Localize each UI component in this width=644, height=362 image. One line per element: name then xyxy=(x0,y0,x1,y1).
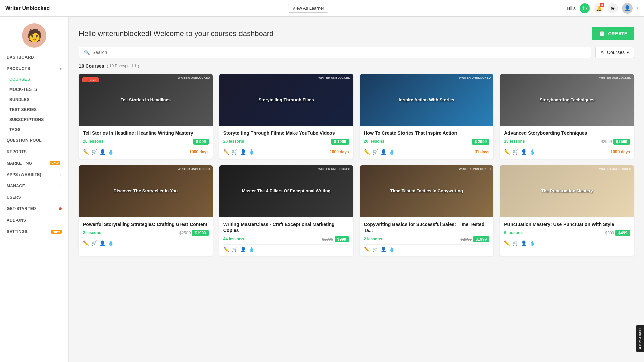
user-avatar-button[interactable]: 👤 xyxy=(622,3,633,14)
sidebar-label-apps-website: APPS (WEBSITE) xyxy=(7,172,60,177)
cart-icon-7[interactable]: 🛒 xyxy=(372,247,378,252)
course-card-7[interactable]: Time Tested Tactics In Copywriting WRITE… xyxy=(360,165,494,256)
thumbnail-text-5: Discover The Storyteller in You xyxy=(110,185,181,197)
course-card-3[interactable]: Inspire Action With Stories WRITER UNBLO… xyxy=(360,74,494,159)
course-card-4[interactable]: Storyboarding Techniques WRITER UNBLOCKE… xyxy=(500,74,634,159)
course-info-3: How To Create Stories That Inspire Actio… xyxy=(360,126,494,159)
cart-icon-6[interactable]: 🛒 xyxy=(232,247,237,252)
sidebar-item-apps-website[interactable]: APPS (WEBSITE) › xyxy=(0,169,68,180)
sidebar-label-bundles: BUNDLES xyxy=(9,97,30,102)
water-icon-3[interactable]: 💧 xyxy=(389,149,395,155)
edit-icon-1[interactable]: ✏️ xyxy=(83,149,89,155)
edit-icon-8[interactable]: ✏️ xyxy=(504,240,510,246)
add-button[interactable]: + ▾ xyxy=(580,3,590,13)
thumbnail-text-7: Time Tested Tactics In Copywriting xyxy=(387,185,466,197)
create-button[interactable]: 📋 CREATE xyxy=(592,27,634,40)
user-icon-8[interactable]: 👤 xyxy=(521,240,527,246)
plus-icon: + xyxy=(582,4,586,12)
sidebar-item-tags[interactable]: TAGS xyxy=(0,125,68,135)
cart-icon-3[interactable]: 🛒 xyxy=(372,149,378,155)
sidebar-item-bundles[interactable]: BUNDLES xyxy=(0,95,68,105)
course-duration-4: 1000 days xyxy=(611,149,630,154)
course-card-8[interactable]: The Punctuation Mastery WRITER UNBLOCKED… xyxy=(500,165,634,256)
user-icon-4[interactable]: 👤 xyxy=(521,149,527,155)
user-icon-1[interactable]: 👤 xyxy=(100,149,105,155)
lesson-count-2: 20 lessons xyxy=(223,139,244,144)
cart-icon-1[interactable]: 🛒 xyxy=(91,149,97,155)
sidebar-item-mock-tests[interactable]: MOCK-TESTS xyxy=(0,84,68,95)
cart-icon-2[interactable]: 🛒 xyxy=(232,149,237,155)
sidebar-avatar: 🧑 xyxy=(22,23,46,48)
course-info-2: Storytelling Through Films: Make YouTube… xyxy=(219,126,353,159)
sidebar-item-reports[interactable]: REPORTS xyxy=(0,146,68,158)
user-icon-2[interactable]: 👤 xyxy=(240,149,246,155)
water-icon-4[interactable]: 💧 xyxy=(529,149,535,155)
course-title-6: Writing MasterClass - Craft Exceptional … xyxy=(223,221,349,233)
action-icons-5: ✏️ 🛒 👤 💧 xyxy=(83,240,114,246)
sidebar-item-question-pool[interactable]: QUESTION POOL xyxy=(0,135,68,146)
cart-icon-5[interactable]: 🛒 xyxy=(91,240,97,246)
course-thumbnail-6: Master The 4 Pillars Of Exceptional Writ… xyxy=(219,165,353,217)
search-input[interactable] xyxy=(92,50,586,55)
course-info-6: Writing MasterClass - Craft Exceptional … xyxy=(219,217,353,256)
user-icon-5[interactable]: 👤 xyxy=(100,240,105,246)
sidebar-item-users[interactable]: USERS › xyxy=(0,192,68,203)
create-icon: 📋 xyxy=(599,30,605,37)
edit-icon-7[interactable]: ✏️ xyxy=(364,247,370,252)
sidebar-item-get-started[interactable]: GET-STARTED xyxy=(0,203,68,215)
user-avatar-icon: 👤 xyxy=(624,5,631,11)
water-icon-1[interactable]: 💧 xyxy=(108,149,114,155)
user-icon-3[interactable]: 👤 xyxy=(381,149,386,155)
user-icon-7[interactable]: 👤 xyxy=(381,247,386,252)
water-icon-5[interactable]: 💧 xyxy=(108,240,114,246)
search-icon: 🔍 xyxy=(84,50,90,55)
edit-icon-4[interactable]: ✏️ xyxy=(504,149,510,155)
water-icon-7[interactable]: 💧 xyxy=(389,247,395,252)
sidebar-item-courses[interactable]: COURSES xyxy=(0,74,68,84)
sidebar-item-add-ons[interactable]: ADD-ONS xyxy=(0,215,68,226)
user-dropdown-arrow[interactable]: ▾ xyxy=(637,6,639,10)
water-icon-2[interactable]: 💧 xyxy=(249,149,254,155)
price-container-1: $ 999 xyxy=(193,139,209,144)
course-info-1: Tell Stories In Headline: Headline Writi… xyxy=(79,126,213,159)
sidebar-item-test-series[interactable]: TEST SERIES xyxy=(0,105,68,115)
thumbnail-text-6: Master The 4 Pillars Of Exceptional Writ… xyxy=(238,185,334,197)
edit-icon-6[interactable]: ✏️ xyxy=(223,247,229,252)
sidebar-item-settings[interactable]: SETTINGS NEW xyxy=(0,226,68,237)
sidebar-item-manage[interactable]: MANAGE › xyxy=(0,180,68,192)
view-as-learner-button[interactable]: View As Learner xyxy=(288,4,328,13)
chevron-right-icon: › xyxy=(60,161,62,165)
water-icon-6[interactable]: 💧 xyxy=(249,247,254,252)
price-container-2: $ 1999 xyxy=(331,139,349,144)
filter-dropdown[interactable]: All Courses ▾ xyxy=(595,47,634,58)
course-meta-6: 44 lessons $2999$999 xyxy=(223,236,349,242)
course-meta-5: 2 lessons $2500$1999 xyxy=(83,230,209,235)
lesson-count-4: 18 lessons xyxy=(504,139,525,144)
course-card-6[interactable]: Master The 4 Pillars Of Exceptional Writ… xyxy=(219,165,353,256)
sidebar-item-subscriptions[interactable]: SUBSCRIPTIONS xyxy=(0,115,68,125)
help-button[interactable]: ⊕ xyxy=(608,3,618,13)
sidebar-item-products[interactable]: PRODUCTS ▾ xyxy=(0,63,68,74)
sidebar-item-marketing[interactable]: MARKETING NEW › xyxy=(0,158,68,169)
course-card-2[interactable]: Storytelling Through Films WRITER UNBLOC… xyxy=(219,74,353,159)
search-filter-row: 🔍 All Courses ▾ xyxy=(79,47,634,58)
course-card-5[interactable]: Discover The Storyteller in You WRITER U… xyxy=(79,165,213,256)
edit-icon-2[interactable]: ✏️ xyxy=(223,149,229,155)
price-container-7: $2999$1999 xyxy=(461,236,490,242)
action-icons-2: ✏️ 🛒 👤 💧 xyxy=(223,149,254,155)
water-icon-8[interactable]: 💧 xyxy=(529,240,535,246)
live-badge-1: 🔴 Live xyxy=(82,77,99,82)
appsumo-button[interactable]: APPSUMO xyxy=(636,325,644,352)
edit-icon-3[interactable]: ✏️ xyxy=(364,149,370,155)
sidebar-label-users: USERS xyxy=(7,195,60,200)
edit-icon-5[interactable]: ✏️ xyxy=(83,240,89,246)
filter-label: All Courses xyxy=(600,50,625,55)
sidebar-item-dashboard[interactable]: DASHBOARD xyxy=(0,52,68,63)
notifications-button[interactable]: 🔔 3 xyxy=(594,3,604,13)
cart-icon-4[interactable]: 🛒 xyxy=(513,149,518,155)
cart-icon-8[interactable]: 🛒 xyxy=(513,240,518,246)
notification-badge: 3 xyxy=(600,3,604,7)
course-info-8: Punctuation Mastery: Use Punctuation Wit… xyxy=(500,217,634,250)
course-card-1[interactable]: 🔴 Live Tell Stories In Headlines WRITER … xyxy=(79,74,213,159)
user-icon-6[interactable]: 👤 xyxy=(240,247,246,252)
